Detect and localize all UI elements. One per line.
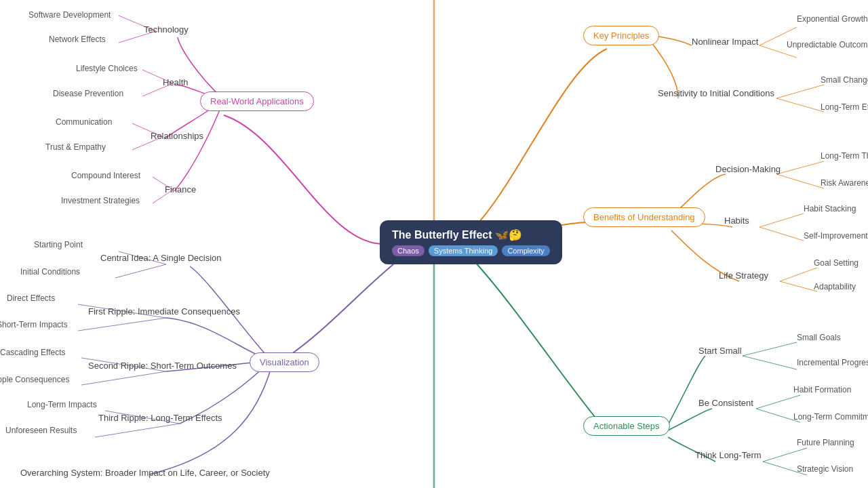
small-goals-node: Small Goals <box>797 331 841 343</box>
think-longterm-node: Think Long-Term <box>695 449 762 461</box>
decision-label: Decision-Making <box>715 164 781 174</box>
finance-label: Finance <box>165 184 196 195</box>
key-principles-label: Key Principles <box>583 26 659 45</box>
small-changes-label: Small Changes <box>821 75 868 85</box>
long-term-comm-label: Long-Term Commitment <box>793 412 868 422</box>
lifestyle-node: Lifestyle Choices <box>76 62 138 74</box>
svg-line-12 <box>776 85 824 98</box>
network-effects-node: Network Effects <box>49 33 106 45</box>
strategic-vision-node: Strategic Vision <box>797 462 853 474</box>
incremental-node: Incremental Progress <box>797 356 868 368</box>
svg-line-23 <box>78 318 166 331</box>
network-effects-label: Network Effects <box>49 35 106 44</box>
adaptability-node: Adaptability <box>814 280 856 292</box>
central-idea-node: Central Idea: A Single Decision <box>100 251 222 264</box>
think-longterm-label: Think Long-Term <box>695 450 762 460</box>
svg-line-19 <box>780 281 817 291</box>
cascading-label: Cascading Effects <box>0 348 66 357</box>
svg-line-14 <box>776 161 824 174</box>
svg-line-32 <box>763 448 807 462</box>
key-principles-node[interactable]: Key Principles <box>583 26 659 45</box>
central-node[interactable]: The Butterfly Effect 🦋🤔 Chaos Systems Th… <box>380 220 562 264</box>
direct-effects-label: Direct Effects <box>7 293 55 303</box>
short-term-impacts-label: Short-Term Impacts <box>0 320 68 329</box>
start-small-node: Start Small <box>698 344 742 357</box>
small-changes-node: Small Changes <box>821 73 868 85</box>
nonlinear-label: Nonlinear Impact <box>692 37 758 47</box>
sensitivity-node: Sensitivity to Initial Conditions <box>658 87 774 99</box>
goal-setting-label: Goal Setting <box>814 258 859 268</box>
overarching-label: Overarching System: Broader Impact on Li… <box>20 468 270 478</box>
sensitivity-label: Sensitivity to Initial Conditions <box>658 88 774 98</box>
goal-setting-node: Goal Setting <box>814 256 859 268</box>
second-ripple-label: Second Ripple: Short-Term Outcomes <box>88 361 237 371</box>
svg-line-16 <box>760 214 804 227</box>
svg-line-18 <box>780 268 817 281</box>
trust-node: Trust & Empathy <box>45 140 106 152</box>
investment-node: Investment Strategies <box>61 194 140 206</box>
software-dev-label: Software Development <box>28 10 111 20</box>
self-improvement-label: Self-Improvement <box>804 231 868 241</box>
consistent-node: Be Consistent <box>698 396 753 409</box>
svg-line-30 <box>756 395 800 409</box>
future-planning-label: Future Planning <box>797 438 854 447</box>
tag-complexity: Complexity <box>502 245 549 256</box>
svg-line-17 <box>760 227 804 241</box>
first-ripple-label: First Ripple: Immediate Consequences <box>88 306 240 317</box>
disease-label: Disease Prevention <box>53 89 123 98</box>
visualization-node[interactable]: Visualization <box>250 352 319 372</box>
compound-node: Compound Interest <box>71 169 140 181</box>
ripple-consequences-node: Ripple Consequences <box>0 373 69 385</box>
lifestyle-label: Lifestyle Choices <box>76 64 138 73</box>
self-improvement-node: Self-Improvement <box>804 229 868 241</box>
incremental-label: Incremental Progress <box>797 358 868 367</box>
first-ripple-node: First Ripple: Immediate Consequences <box>88 305 240 317</box>
risk-awareness-label: Risk Awareness <box>821 178 868 188</box>
starting-point-node: Starting Point <box>34 238 83 250</box>
actionable-label: Actionable Steps <box>583 416 670 436</box>
benefits-node[interactable]: Benefits of Understanding <box>583 207 705 227</box>
ripple-consequences-label: Ripple Consequences <box>0 375 69 384</box>
initial-conditions-node: Initial Conditions <box>20 265 80 277</box>
benefits-label: Benefits of Understanding <box>583 207 705 227</box>
disease-node: Disease Prevention <box>53 87 123 99</box>
direct-effects-node: Direct Effects <box>7 291 55 304</box>
life-strategy-node: Life Strategy <box>719 269 768 281</box>
finance-group: Finance <box>165 183 196 195</box>
cascading-node: Cascading Effects <box>0 346 66 358</box>
relationships-label: Relationships <box>151 131 203 141</box>
tag-systems: Systems Thinking <box>429 245 498 256</box>
unforeseen-results-label: Unforeseen Results <box>5 426 77 435</box>
actionable-node[interactable]: Actionable Steps <box>583 416 670 436</box>
long-term-thinking-label: Long-Term Thinking <box>821 151 868 161</box>
unpredictable-label: Unpredictable Outcomes <box>787 40 868 49</box>
short-term-impacts-node: Short-Term Impacts <box>0 318 68 330</box>
real-world-label: Real-World Applications <box>200 92 314 111</box>
start-small-label: Start Small <box>698 346 742 356</box>
communication-label: Communication <box>56 117 112 127</box>
habit-formation-node: Habit Formation <box>793 383 851 395</box>
habit-stacking-node: Habit Stacking <box>804 202 856 214</box>
compound-label: Compound Interest <box>71 171 140 180</box>
central-idea-label: Central Idea: A Single Decision <box>100 253 222 263</box>
third-ripple-node: Third Ripple: Long-Term Effects <box>98 411 222 424</box>
relationships-group: Relationships <box>151 129 203 142</box>
overarching-node: Overarching System: Broader Impact on Li… <box>20 466 270 479</box>
communication-node: Communication <box>56 115 112 127</box>
strategic-vision-label: Strategic Vision <box>797 464 853 474</box>
investment-label: Investment Strategies <box>61 196 140 205</box>
long-term-comm-node: Long-Term Commitment <box>793 410 868 422</box>
small-goals-label: Small Goals <box>797 333 841 342</box>
nonlinear-node: Nonlinear Impact <box>692 35 758 47</box>
long-term-effects-node: Long-Term Effects <box>821 100 868 113</box>
exponential-node: Exponential Growth <box>797 12 868 24</box>
real-world-node[interactable]: Real-World Applications <box>200 92 314 111</box>
long-term-impacts-label: Long-Term Impacts <box>27 400 97 409</box>
adaptability-label: Adaptability <box>814 282 856 291</box>
software-dev-node: Software Development <box>28 8 111 20</box>
starting-point-label: Starting Point <box>34 240 83 249</box>
habits-node: Habits <box>724 214 749 226</box>
habit-formation-label: Habit Formation <box>793 385 851 394</box>
central-title: The Butterfly Effect 🦋🤔 <box>392 229 522 241</box>
decision-node: Decision-Making <box>715 163 781 175</box>
